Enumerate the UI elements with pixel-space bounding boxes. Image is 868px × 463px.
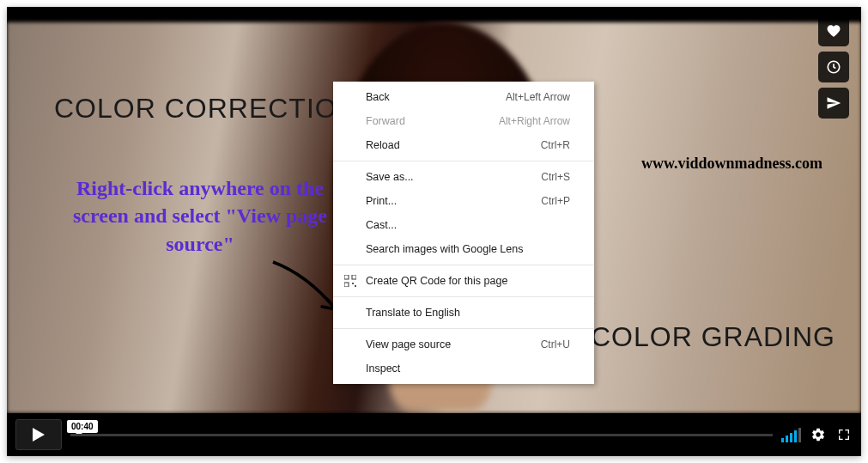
menu-label: Search images with Google Lens	[366, 243, 570, 255]
progress-track	[70, 434, 773, 436]
menu-separator	[333, 265, 594, 265]
menu-separator	[333, 296, 594, 297]
svg-rect-4	[355, 285, 356, 287]
menu-shortcut: Alt+Right Arrow	[499, 115, 570, 127]
volume-bar	[798, 428, 801, 442]
player-bar: 00:40	[7, 413, 861, 456]
annotation-text: Right-click anywhere on the screen and s…	[67, 174, 333, 258]
video-area[interactable]: COLOR CORRECTION COLOR GRADING www.viddo…	[7, 7, 861, 413]
volume-bar	[794, 430, 797, 442]
menu-shortcut: Ctrl+U	[541, 338, 570, 350]
menu-item-back[interactable]: BackAlt+Left Arrow	[333, 85, 594, 109]
menu-item-translate[interactable]: Translate to English	[333, 301, 594, 325]
watermark: www.viddownmadness.com	[641, 155, 822, 173]
svg-rect-0	[344, 275, 349, 279]
progress-bar[interactable]: 00:40	[70, 424, 773, 445]
volume-control[interactable]	[781, 427, 801, 442]
side-buttons	[818, 15, 849, 119]
svg-rect-3	[352, 283, 354, 284]
menu-item-view-source[interactable]: View page sourceCtrl+U	[333, 332, 594, 356]
share-button[interactable]	[818, 88, 849, 119]
menu-label: Print...	[366, 195, 541, 207]
menu-separator	[333, 161, 594, 161]
menu-label: Cast...	[366, 219, 570, 231]
qr-icon	[343, 274, 357, 288]
menu-label: View page source	[366, 338, 541, 350]
fullscreen-button[interactable]	[835, 426, 853, 443]
menu-label: Create QR Code for this page	[366, 275, 570, 287]
settings-button[interactable]	[810, 426, 827, 443]
menu-item-forward: ForwardAlt+Right Arrow	[333, 109, 594, 133]
menu-label: Save as...	[366, 171, 541, 183]
context-menu: BackAlt+Left Arrow ForwardAlt+Right Arro…	[333, 82, 594, 384]
volume-bar	[781, 438, 784, 442]
menu-label: Reload	[366, 139, 541, 151]
app-container: COLOR CORRECTION COLOR GRADING www.viddo…	[7, 7, 861, 456]
menu-shortcut: Ctrl+R	[541, 139, 570, 151]
menu-item-qr-code[interactable]: Create QR Code for this page	[333, 269, 594, 293]
menu-label: Forward	[366, 115, 499, 127]
volume-bar	[790, 433, 792, 442]
menu-item-save-as[interactable]: Save as...Ctrl+S	[333, 165, 594, 189]
menu-label: Translate to English	[366, 307, 570, 319]
menu-label: Inspect	[366, 362, 570, 375]
time-tooltip: 00:40	[67, 420, 98, 433]
menu-item-inspect[interactable]: Inspect	[333, 356, 594, 381]
svg-rect-1	[352, 275, 356, 279]
menu-shortcut: Alt+Left Arrow	[506, 91, 570, 103]
menu-shortcut: Ctrl+P	[541, 195, 570, 207]
like-button[interactable]	[818, 15, 849, 46]
menu-item-cast[interactable]: Cast...	[333, 213, 594, 237]
svg-rect-2	[344, 283, 349, 287]
video-text-right: COLOR GRADING	[591, 321, 835, 353]
menu-item-search-lens[interactable]: Search images with Google Lens	[333, 237, 594, 261]
menu-label: Back	[366, 91, 506, 103]
volume-bar	[786, 436, 788, 442]
play-button[interactable]	[15, 419, 62, 450]
menu-item-reload[interactable]: ReloadCtrl+R	[333, 133, 594, 157]
video-text-left: COLOR CORRECTION	[54, 93, 358, 125]
menu-separator	[333, 328, 594, 329]
menu-shortcut: Ctrl+S	[541, 171, 570, 183]
menu-item-print[interactable]: Print...Ctrl+P	[333, 189, 594, 213]
watch-later-button[interactable]	[818, 52, 849, 82]
